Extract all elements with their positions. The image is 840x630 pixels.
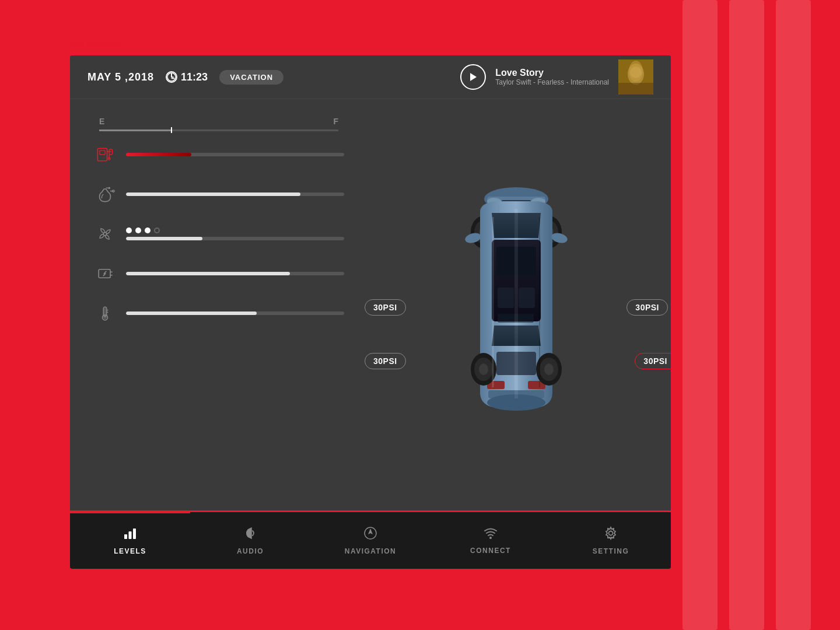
svg-rect-9: [100, 150, 105, 155]
navigation-icon: [363, 526, 377, 544]
svg-rect-59: [133, 528, 136, 539]
bottom-nav: LEVELS AUDIO NAVIGATION: [70, 510, 671, 569]
gauge-row-battery: [93, 262, 344, 285]
svg-rect-4: [618, 60, 653, 94]
svg-point-17: [108, 187, 110, 189]
svg-rect-57: [124, 534, 127, 539]
svg-marker-3: [470, 73, 477, 81]
connect-icon: [483, 527, 498, 543]
main-card: MAY 5 ,2018 11:23 VACATION Love Story: [70, 55, 671, 569]
nav-item-connect[interactable]: CONNECT: [430, 512, 551, 569]
gauge-rows: [93, 143, 344, 325]
dot-4: [154, 228, 160, 233]
content-area: E F: [70, 99, 671, 510]
fuel-bar-track: [99, 130, 338, 131]
svg-point-25: [103, 316, 106, 319]
svg-point-64: [609, 531, 613, 535]
psi-top-right: 30PSI: [626, 299, 668, 316]
gauge-row-temp: [93, 302, 344, 325]
time-value: 11:23: [181, 71, 208, 83]
nav-label-audio: AUDIO: [237, 547, 264, 555]
temp-gauge-bar: [126, 312, 344, 315]
gauge-row-oil: [93, 183, 344, 206]
temp-icon: [93, 302, 117, 325]
setting-icon: [604, 526, 618, 544]
app-title: Car Interface: [70, 40, 121, 49]
header-left: MAY 5 ,2018 11:23 VACATION: [88, 70, 284, 85]
svg-point-53: [479, 363, 488, 375]
album-art: [618, 60, 653, 94]
car-image: [435, 165, 598, 445]
svg-point-7: [630, 66, 642, 78]
nav-item-audio[interactable]: AUDIO: [190, 512, 310, 569]
dot-3: [145, 228, 150, 233]
fuel-bar-labels: E F: [93, 117, 344, 126]
fan-dots: [126, 228, 344, 233]
dot-1: [126, 228, 132, 233]
nav-item-navigation[interactable]: NAVIGATION: [310, 512, 430, 569]
track-info: Love Story Taylor Swift - Fearless - Int…: [495, 68, 609, 86]
psi-top-left: 30PSI: [365, 299, 406, 316]
oil-icon: [93, 183, 117, 206]
mode-badge[interactable]: VACATION: [219, 70, 284, 85]
nav-item-levels[interactable]: LEVELS: [70, 512, 190, 568]
right-panel: 30PSI 30PSI 30PSI 30PSI !: [362, 99, 671, 510]
car-top-view: 30PSI 30PSI 30PSI 30PSI !: [435, 165, 598, 445]
fuel-label-f: F: [333, 117, 338, 126]
svg-rect-24: [104, 308, 106, 316]
fuel-gauge-bar: [126, 153, 344, 156]
gauge-row-fan: [93, 222, 344, 246]
svg-point-18: [103, 232, 106, 235]
svg-rect-11: [109, 149, 112, 155]
psi-bottom-right-wrap: 30PSI !: [635, 353, 671, 369]
left-panel: E F: [70, 99, 362, 510]
svg-point-5: [628, 64, 644, 85]
fuel-bar-fill: [99, 130, 171, 131]
header: MAY 5 ,2018 11:23 VACATION Love Story: [70, 55, 671, 99]
nav-label-setting: SETTING: [593, 547, 629, 555]
track-subtitle: Taylor Swift - Fearless - International: [495, 78, 609, 86]
fuel-label-e: E: [99, 117, 104, 126]
fuel-bar-marker: [171, 127, 172, 133]
nav-label-navigation: NAVIGATION: [345, 547, 397, 555]
svg-rect-6: [618, 83, 653, 94]
audio-icon: [244, 526, 257, 544]
nav-label-levels: LEVELS: [114, 547, 146, 555]
clock-icon: [166, 71, 177, 83]
svg-rect-58: [129, 531, 132, 539]
fuel-icon: [93, 143, 117, 166]
svg-point-56: [544, 363, 554, 375]
svg-point-63: [489, 537, 492, 539]
dot-2: [135, 228, 141, 233]
nav-label-connect: CONNECT: [470, 547, 511, 555]
psi-bottom-right: 30PSI: [635, 353, 671, 369]
fan-gauge-bar: [126, 228, 344, 240]
time-display: 11:23: [166, 71, 208, 83]
background-stripes: [665, 0, 840, 630]
oil-gauge-bar: [126, 192, 344, 196]
battery-icon: [93, 262, 117, 285]
svg-rect-44: [519, 288, 535, 308]
track-title: Love Story: [495, 68, 609, 78]
levels-icon: [123, 526, 137, 544]
psi-bottom-left: 30PSI: [365, 353, 406, 369]
svg-rect-43: [498, 288, 514, 308]
svg-point-13: [108, 158, 110, 160]
play-button[interactable]: [460, 64, 486, 90]
svg-marker-62: [368, 528, 373, 534]
header-right: Love Story Taylor Swift - Fearless - Int…: [460, 60, 653, 94]
date-display: MAY 5 ,2018: [88, 71, 154, 83]
battery-gauge-bar: [126, 272, 344, 275]
fan-icon: [93, 222, 117, 246]
gauge-row-fuel: [93, 143, 344, 166]
fuel-bar-section: E F: [93, 117, 344, 131]
nav-item-setting[interactable]: SETTING: [551, 512, 671, 569]
album-art-image: [618, 60, 653, 94]
